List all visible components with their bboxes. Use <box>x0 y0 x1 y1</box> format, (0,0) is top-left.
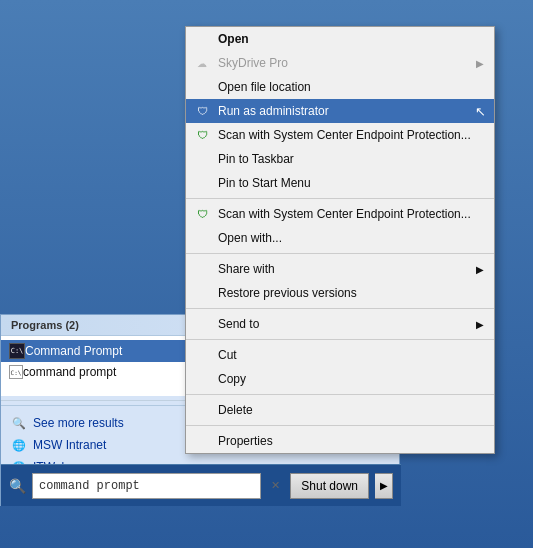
ctx-pin-taskbar[interactable]: Pin to Taskbar <box>186 147 494 171</box>
ctx-scan1-label: Scan with System Center Endpoint Protect… <box>218 128 471 142</box>
ctx-copy[interactable]: Copy <box>186 367 494 391</box>
ctx-skydrive-label: SkyDrive Pro <box>218 56 288 70</box>
ctx-restore-prev[interactable]: Restore previous versions <box>186 281 494 305</box>
cursor-indicator: ↖ <box>475 104 486 119</box>
ctx-cut[interactable]: Cut <box>186 343 494 367</box>
msw-label: MSW Intranet <box>33 438 106 452</box>
context-menu: Open ☁ SkyDrive Pro ▶ Open file location… <box>185 26 495 454</box>
ctx-pin-start[interactable]: Pin to Start Menu <box>186 171 494 195</box>
search-clear-button[interactable]: ✕ <box>267 479 284 492</box>
ctx-open-with[interactable]: Open with... <box>186 226 494 250</box>
ctx-scan2[interactable]: 🛡 Scan with System Center Endpoint Prote… <box>186 202 494 226</box>
search-icon: 🔍 <box>9 478 26 494</box>
search-input[interactable] <box>32 473 261 499</box>
ctx-open-file-location-label: Open file location <box>218 80 311 94</box>
ctx-send-to[interactable]: Send to ▶ <box>186 312 494 336</box>
ctx-restore-prev-label: Restore previous versions <box>218 286 357 300</box>
ctx-open-file-location[interactable]: Open file location <box>186 75 494 99</box>
shield-icon: 🛡 <box>194 103 210 119</box>
share-arrow-icon: ▶ <box>476 264 484 275</box>
ctx-sep5 <box>186 394 494 395</box>
ctx-delete[interactable]: Delete <box>186 398 494 422</box>
ctx-sep3 <box>186 308 494 309</box>
programs-header-label: Programs (2) <box>11 319 79 331</box>
program-label-command-prompt: Command Prompt <box>25 344 122 358</box>
ctx-skydrive: ☁ SkyDrive Pro ▶ <box>186 51 494 75</box>
green-shield-icon-2: 🛡 <box>194 206 210 222</box>
ctx-properties-label: Properties <box>218 434 273 448</box>
shutdown-arrow-icon: ▶ <box>380 480 388 491</box>
ctx-share-with[interactable]: Share with ▶ <box>186 257 494 281</box>
skydrive-arrow-icon: ▶ <box>476 58 484 69</box>
ctx-run-as-admin-label: Run as administrator <box>218 104 329 118</box>
see-more-label: See more results <box>33 416 124 430</box>
ctx-pin-taskbar-label: Pin to Taskbar <box>218 152 294 166</box>
search-bar: 🔍 ✕ Shut down ▶ <box>1 464 401 506</box>
ctx-open-with-label: Open with... <box>218 231 282 245</box>
ctx-properties[interactable]: Properties <box>186 429 494 453</box>
send-to-arrow-icon: ▶ <box>476 319 484 330</box>
ctx-cut-label: Cut <box>218 348 237 362</box>
shutdown-arrow-button[interactable]: ▶ <box>375 473 393 499</box>
cmd-small-icon: C:\ <box>9 365 23 379</box>
ctx-scan1[interactable]: 🛡 Scan with System Center Endpoint Prote… <box>186 123 494 147</box>
ctx-sep2 <box>186 253 494 254</box>
ctx-sep1 <box>186 198 494 199</box>
ctx-run-as-admin[interactable]: 🛡 Run as administrator ↖ <box>186 99 494 123</box>
ctx-open-label: Open <box>218 32 249 46</box>
ctx-sep6 <box>186 425 494 426</box>
msw-icon: 🌐 <box>11 437 27 453</box>
ctx-sep4 <box>186 339 494 340</box>
green-shield-icon-1: 🛡 <box>194 127 210 143</box>
ctx-delete-label: Delete <box>218 403 253 417</box>
ctx-open[interactable]: Open <box>186 27 494 51</box>
shutdown-button[interactable]: Shut down <box>290 473 369 499</box>
program-label-command-prompt-small: command prompt <box>23 365 116 379</box>
ctx-scan2-label: Scan with System Center Endpoint Protect… <box>218 207 471 221</box>
ctx-send-to-label: Send to <box>218 317 259 331</box>
cmd-big-icon: C:\ <box>9 343 25 359</box>
ctx-share-with-label: Share with <box>218 262 275 276</box>
search-link-icon: 🔍 <box>11 415 27 431</box>
ctx-copy-label: Copy <box>218 372 246 386</box>
skydrive-icon: ☁ <box>194 55 210 71</box>
ctx-pin-start-label: Pin to Start Menu <box>218 176 311 190</box>
